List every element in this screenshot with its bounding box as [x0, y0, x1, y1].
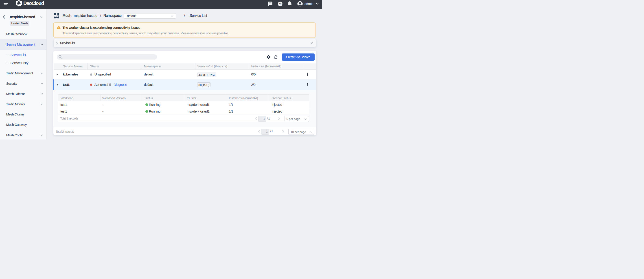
svg-text:?: ?	[279, 2, 281, 6]
